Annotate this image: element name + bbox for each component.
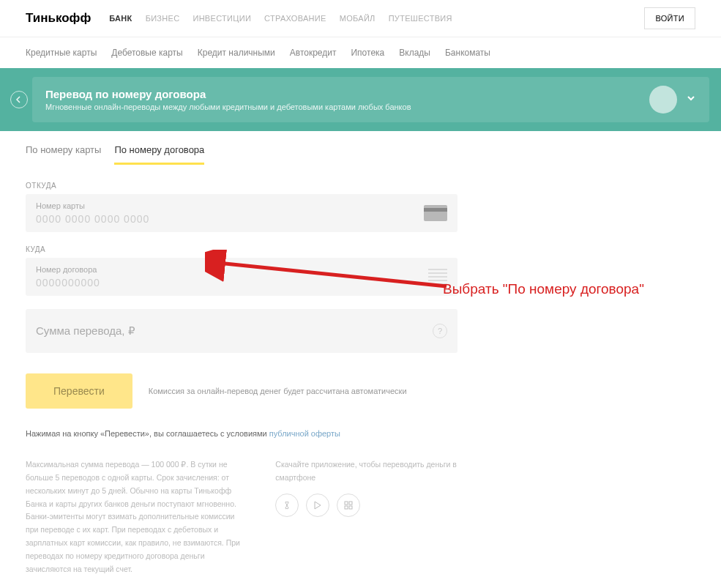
login-button[interactable]: ВОЙТИ bbox=[644, 7, 695, 29]
from-section-label: ОТКУДА bbox=[26, 182, 457, 190]
help-icon[interactable]: ? bbox=[433, 324, 447, 338]
svg-rect-4 bbox=[345, 506, 348, 509]
hero-expand[interactable]: Перевод по номеру договора Мгновенные он… bbox=[32, 77, 709, 122]
nav-travel[interactable]: ПУТЕШЕСТВИЯ bbox=[389, 14, 452, 23]
to-section-label: КУДА bbox=[26, 245, 457, 253]
subnav-debit-cards[interactable]: Дебетовые карты bbox=[111, 48, 182, 58]
subnav-deposits[interactable]: Вклады bbox=[399, 48, 430, 58]
top-nav: БАНК БИЗНЕС ИНВЕСТИЦИИ СТРАХОВАНИЕ МОБАЙ… bbox=[109, 14, 644, 23]
limits-info: Максимальная сумма перевода — 100 000 ₽.… bbox=[26, 458, 246, 576]
document-icon bbox=[428, 269, 447, 285]
hero-banner: Перевод по номеру договора Мгновенные он… bbox=[0, 68, 721, 131]
svg-rect-2 bbox=[345, 502, 348, 505]
appstore-button[interactable] bbox=[275, 494, 299, 517]
agreement-text: Нажимая на кнопку «Перевести», вы соглаш… bbox=[26, 429, 457, 438]
windows-button[interactable] bbox=[337, 494, 360, 517]
windows-icon bbox=[343, 500, 354, 510]
back-button[interactable] bbox=[10, 91, 28, 108]
contract-number-placeholder: 0000000000 bbox=[36, 277, 428, 289]
subnav-atms[interactable]: Банкоматы bbox=[445, 48, 490, 58]
card-number-label: Номер карты bbox=[36, 201, 424, 210]
annotation-text: Выбрать "По номеру договора" bbox=[443, 281, 644, 297]
nav-invest[interactable]: ИНВЕСТИЦИИ bbox=[193, 14, 251, 23]
card-number-placeholder: 0000 0000 0000 0000 bbox=[36, 213, 424, 225]
play-icon bbox=[313, 500, 323, 510]
card-icon bbox=[424, 205, 447, 221]
offer-link[interactable]: публичной оферты bbox=[269, 429, 340, 438]
nav-business[interactable]: БИЗНЕС bbox=[146, 14, 180, 23]
subnav-mortgage[interactable]: Ипотека bbox=[351, 48, 384, 58]
brand-logo[interactable]: Тинькофф bbox=[26, 11, 91, 26]
transfer-button[interactable]: Перевести bbox=[26, 373, 132, 409]
svg-rect-5 bbox=[349, 506, 352, 509]
subnav-cash-loan[interactable]: Кредит наличными bbox=[198, 48, 275, 58]
card-number-field[interactable]: Номер карты 0000 0000 0000 0000 bbox=[26, 194, 457, 232]
sub-nav: Кредитные карты Дебетовые карты Кредит н… bbox=[0, 37, 721, 68]
apple-icon bbox=[282, 500, 292, 510]
hero-subtitle: Мгновенные онлайн-переводы между любыми … bbox=[45, 103, 649, 111]
fee-note: Комиссия за онлайн-перевод денег будет р… bbox=[149, 385, 407, 398]
nav-mobile[interactable]: МОБАЙЛ bbox=[340, 14, 376, 23]
chevron-left-icon bbox=[15, 96, 23, 103]
chevron-down-icon bbox=[686, 93, 696, 106]
amount-placeholder: Сумма перевода, ₽ bbox=[36, 324, 433, 338]
hero-card-icon bbox=[649, 86, 677, 113]
contract-number-field[interactable]: Номер договора 0000000000 bbox=[26, 258, 457, 296]
nav-insurance[interactable]: СТРАХОВАНИЕ bbox=[264, 14, 326, 23]
tab-by-card[interactable]: По номеру карты bbox=[26, 144, 101, 165]
hero-title: Перевод по номеру договора bbox=[45, 88, 649, 100]
transfer-tabs: По номеру карты По номеру договора bbox=[26, 131, 695, 165]
googleplay-button[interactable] bbox=[306, 494, 329, 517]
subnav-credit-cards[interactable]: Кредитные карты bbox=[26, 48, 97, 58]
svg-rect-3 bbox=[349, 502, 352, 505]
nav-bank[interactable]: БАНК bbox=[109, 14, 132, 23]
subnav-auto-loan[interactable]: Автокредит bbox=[290, 48, 337, 58]
tab-by-contract[interactable]: По номеру договора bbox=[114, 144, 204, 165]
app-download-text: Скачайте приложение, чтобы переводить де… bbox=[275, 458, 457, 485]
contract-number-label: Номер договора bbox=[36, 265, 428, 274]
amount-field[interactable]: Сумма перевода, ₽ ? bbox=[26, 309, 457, 353]
